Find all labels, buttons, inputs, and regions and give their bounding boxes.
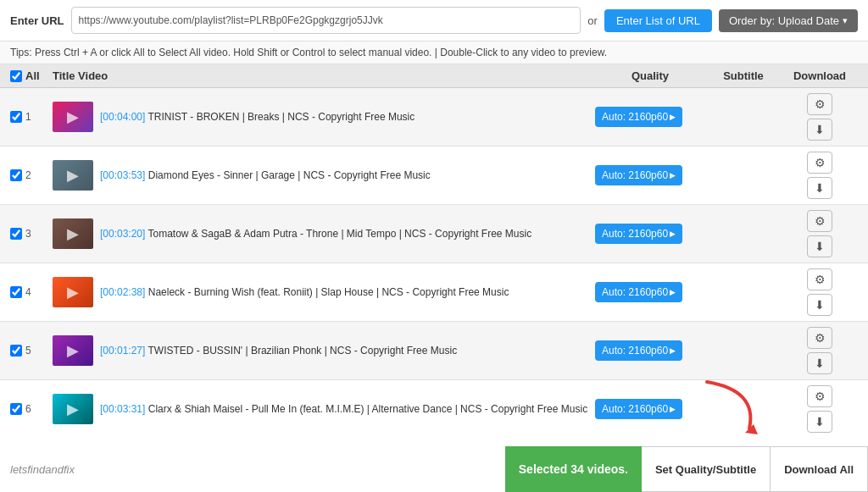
row-title-col-6: ▶ [00:03:31] Clarx & Shiah Maisel - Pull… [53,394,595,424]
col-quality-header: Quality [595,69,705,82]
row-title-5: TWISTED - BUSSIN' | Brazilian Phonk | NC… [148,345,458,357]
download-icon-button-6[interactable]: ⬇ [807,411,832,433]
row-num-1: 1 [25,111,31,123]
table-row: 4 ▶ [00:02:38] Naeleck - Burning Wish (f… [0,263,868,322]
footer-left: letsfindandfix [0,463,505,476]
row-time-5[interactable]: [00:01:27] [100,345,145,357]
row-download-1: ⚙ ⬇ [782,93,858,141]
row-check-1: 1 [10,111,53,123]
row-check-4: 4 [10,286,53,298]
quality-button-2[interactable]: Auto: 2160p60 [595,165,682,185]
filter-icon-button-6[interactable]: ⚙ [807,385,832,407]
row-title-text-6: [00:03:31] Clarx & Shiah Maisel - Pull M… [100,402,587,417]
url-label: Enter URL [10,14,64,27]
row-time-2[interactable]: [00:03:53] [100,169,145,181]
row-title-text-5: [00:01:27] TWISTED - BUSSIN' | Brazilian… [100,344,457,358]
col-all-label: All [25,69,40,82]
row-num-5: 5 [25,345,31,357]
row-time-1[interactable]: [00:04:00] [100,111,145,123]
row-title-col-2: ▶ [00:03:53] Diamond Eyes - Sinner | Gar… [53,160,595,191]
order-by-button[interactable]: Order by: Upload Date [719,9,858,32]
row-checkbox-2[interactable] [10,169,22,181]
select-all-checkbox[interactable] [10,70,22,82]
table-row: 3 ▶ [00:03:20] Tomatow & SagaB & Adam Pu… [0,205,868,263]
filter-icon-button-2[interactable]: ⚙ [807,152,832,174]
row-thumbnail-2: ▶ [53,160,93,191]
download-icon-button-1[interactable]: ⬇ [807,119,832,141]
row-quality-1: Auto: 2160p60 [595,107,705,127]
row-checkbox-3[interactable] [10,228,22,240]
row-download-3: ⚙ ⬇ [782,210,858,257]
col-title-header: Title Video [53,69,595,82]
row-thumbnail-6: ▶ [53,394,93,424]
row-title-2: Diamond Eyes - Sinner | Garage | NCS - C… [148,169,431,181]
row-title-text-4: [00:02:38] Naeleck - Burning Wish (feat.… [100,285,509,300]
row-title-1: TRINIST - BROKEN | Breaks | NCS - Copyri… [148,111,415,123]
row-title-6: Clarx & Shiah Maisel - Pull Me In (feat.… [148,403,587,415]
row-title-col-5: ▶ [00:01:27] TWISTED - BUSSIN' | Brazili… [53,335,595,366]
table-row: 1 ▶ [00:04:00] TRINIST - BROKEN | Breaks… [0,88,868,146]
row-title-3: Tomatow & SagaB & Adam Putra - Throne | … [148,228,532,240]
row-checkbox-5[interactable] [10,345,22,357]
row-title-text-1: [00:04:00] TRINIST - BROKEN | Breaks | N… [100,110,415,124]
quality-button-3[interactable]: Auto: 2160p60 [595,224,682,244]
table-row: 2 ▶ [00:03:53] Diamond Eyes - Sinner | G… [0,146,868,205]
brand-text: letsfindandfix [10,463,75,476]
footer-bar: letsfindandfix Selected 34 videos. Set Q… [0,446,868,492]
row-check-5: 5 [10,345,53,357]
row-quality-3: Auto: 2160p60 [595,224,705,244]
filter-icon-button-1[interactable]: ⚙ [807,93,832,115]
row-num-6: 6 [25,403,31,415]
col-download-header: Download [782,69,858,82]
header: Enter URL or Enter List of URL Order by:… [0,0,868,41]
row-thumbnail-4: ▶ [53,277,93,307]
row-download-6: ⚙ ⬇ [782,385,858,433]
row-download-4: ⚙ ⬇ [782,268,858,316]
row-time-6[interactable]: [00:03:31] [100,403,145,415]
row-checkbox-6[interactable] [10,403,22,415]
quality-button-6[interactable]: Auto: 2160p60 [595,399,682,419]
row-check-6: 6 [10,403,53,415]
enter-list-button[interactable]: Enter List of URL [604,9,712,32]
table-body: 1 ▶ [00:04:00] TRINIST - BROKEN | Breaks… [0,88,868,438]
row-time-3[interactable]: [00:03:20] [100,228,145,240]
filter-icon-button-5[interactable]: ⚙ [807,327,832,349]
tips-text: Tips: Press Ctrl + A or click All to Sel… [10,47,607,58]
row-quality-6: Auto: 2160p60 [595,399,705,419]
download-all-button[interactable]: Download All [771,446,868,492]
download-icon-button-5[interactable]: ⬇ [807,352,832,374]
quality-button-5[interactable]: Auto: 2160p60 [595,340,682,361]
row-title-text-3: [00:03:20] Tomatow & SagaB & Adam Putra … [100,227,531,241]
col-subtitle-header: Subtitle [705,69,782,82]
row-title-col-1: ▶ [00:04:00] TRINIST - BROKEN | Breaks |… [53,102,595,132]
col-check: All [10,69,53,82]
row-check-3: 3 [10,228,53,240]
row-time-4[interactable]: [00:02:38] [100,286,145,298]
filter-icon-button-3[interactable]: ⚙ [807,210,832,232]
row-num-3: 3 [25,228,31,240]
set-quality-subtitle-button[interactable]: Set Quality/Subtitle [642,446,771,492]
filter-icon-button-4[interactable]: ⚙ [807,268,832,290]
row-checkbox-4[interactable] [10,286,22,298]
row-thumbnail-1: ▶ [53,102,93,132]
row-num-4: 4 [25,286,31,298]
row-quality-5: Auto: 2160p60 [595,340,705,361]
row-download-2: ⚙ ⬇ [782,152,858,199]
row-quality-2: Auto: 2160p60 [595,165,705,185]
row-checkbox-1[interactable] [10,111,22,123]
row-title-text-2: [00:03:53] Diamond Eyes - Sinner | Garag… [100,169,431,183]
url-input[interactable] [71,7,581,34]
selected-count: Selected 34 videos. [505,446,642,492]
download-icon-button-4[interactable]: ⬇ [807,294,832,316]
row-thumbnail-3: ▶ [53,218,93,249]
row-title-col-3: ▶ [00:03:20] Tomatow & SagaB & Adam Putr… [53,218,595,249]
download-icon-button-3[interactable]: ⬇ [807,235,832,257]
quality-button-4[interactable]: Auto: 2160p60 [595,282,682,302]
quality-button-1[interactable]: Auto: 2160p60 [595,107,682,127]
row-download-5: ⚙ ⬇ [782,327,858,374]
row-check-2: 2 [10,169,53,181]
download-icon-button-2[interactable]: ⬇ [807,177,832,199]
row-title-4: Naeleck - Burning Wish (feat. Roniit) | … [148,286,509,298]
tips-bar: Tips: Press Ctrl + A or click All to Sel… [0,41,868,64]
table-header: All Title Video Quality Subtitle Downloa… [0,64,868,88]
